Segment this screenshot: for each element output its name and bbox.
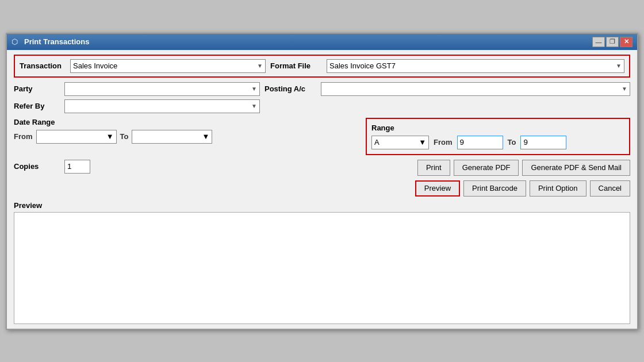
format-file-value: Sales Invoice GST7 <box>329 61 396 70</box>
generate-pdf-button[interactable]: Generate PDF <box>454 160 519 176</box>
buttons-row-1: Print Generate PDF Generate PDF & Send M… <box>417 160 630 176</box>
to-label: To <box>120 132 129 141</box>
middle-section: Date Range From ▼ To ▼ Range <box>14 118 630 155</box>
party-dropdown-arrow: ▼ <box>251 86 257 92</box>
copies-section: Copies <box>14 160 90 174</box>
window-title: Print Transactions <box>24 37 89 46</box>
buttons-row-2: Preview Print Barcode Print Option Cance… <box>14 180 630 197</box>
generate-pdf-send-mail-button[interactable]: Generate PDF & Send Mail <box>522 160 630 176</box>
transaction-format-row: Transaction Sales Invoice ▼ Format File … <box>20 59 624 73</box>
range-select-arrow: ▼ <box>419 138 426 147</box>
date-range-section: Date Range From ▼ To ▼ <box>14 118 359 144</box>
posting-dropdown-arrow: ▼ <box>622 86 627 92</box>
refer-by-dropdown-arrow: ▼ <box>251 103 257 109</box>
range-select[interactable]: A ▼ <box>371 136 429 149</box>
party-select[interactable]: ▼ <box>64 82 260 96</box>
print-button[interactable]: Print <box>417 160 450 176</box>
transaction-label: Transaction <box>20 61 66 70</box>
title-bar: ⬡ Print Transactions — ❐ ✕ <box>7 34 637 50</box>
format-dropdown-arrow: ▼ <box>616 63 622 69</box>
party-label: Party <box>14 84 60 93</box>
date-range-label: Date Range <box>14 118 359 126</box>
app-icon: ⬡ <box>12 37 21 47</box>
posting-ac-select[interactable]: ▼ <box>321 82 630 96</box>
range-to-label: To <box>508 138 516 147</box>
date-range-row: From ▼ To ▼ <box>14 130 359 144</box>
date-from-input[interactable]: ▼ <box>36 130 117 144</box>
title-buttons: — ❐ ✕ <box>592 37 632 47</box>
copies-input[interactable] <box>64 160 90 174</box>
main-window: ⬡ Print Transactions — ❐ ✕ Transaction S… <box>6 33 638 330</box>
range-to-input[interactable] <box>520 136 566 149</box>
range-section: Range A ▼ From To <box>366 118 630 155</box>
transaction-select[interactable]: Sales Invoice ▼ <box>70 59 266 73</box>
posting-ac-label: Posting A/c <box>264 84 316 93</box>
title-bar-left: ⬡ Print Transactions <box>12 37 89 47</box>
close-button[interactable]: ✕ <box>620 37 632 47</box>
preview-button[interactable]: Preview <box>415 180 460 197</box>
range-row: A ▼ From To <box>371 136 624 149</box>
format-file-label: Format File <box>270 61 322 70</box>
transaction-dropdown-arrow: ▼ <box>257 63 263 69</box>
party-posting-row: Party ▼ Posting A/c ▼ <box>14 82 630 96</box>
preview-section: Preview <box>14 201 630 324</box>
range-from-input[interactable] <box>457 136 503 149</box>
date-from-arrow: ▼ <box>106 132 114 141</box>
cancel-button[interactable]: Cancel <box>590 180 630 197</box>
print-option-button[interactable]: Print Option <box>530 180 586 197</box>
transaction-value: Sales Invoice <box>73 61 117 70</box>
range-label: Range <box>371 124 624 132</box>
window-content: Transaction Sales Invoice ▼ Format File … <box>7 50 637 329</box>
restore-button[interactable]: ❐ <box>606 37 619 47</box>
preview-area <box>14 212 630 324</box>
format-file-select[interactable]: Sales Invoice GST7 ▼ <box>327 59 624 73</box>
refer-by-label: Refer By <box>14 102 60 110</box>
range-select-value: A <box>374 138 379 147</box>
date-to-arrow: ▼ <box>202 132 210 141</box>
copies-label: Copies <box>14 162 60 171</box>
top-section: Transaction Sales Invoice ▼ Format File … <box>14 55 630 78</box>
refer-by-row: Refer By ▼ <box>14 99 630 113</box>
from-label: From <box>14 132 33 141</box>
range-from-label: From <box>434 138 453 147</box>
print-barcode-button[interactable]: Print Barcode <box>463 180 526 197</box>
minimize-button[interactable]: — <box>592 37 605 47</box>
preview-label: Preview <box>14 201 630 210</box>
date-to-input[interactable]: ▼ <box>132 130 212 144</box>
refer-by-select[interactable]: ▼ <box>64 99 260 113</box>
